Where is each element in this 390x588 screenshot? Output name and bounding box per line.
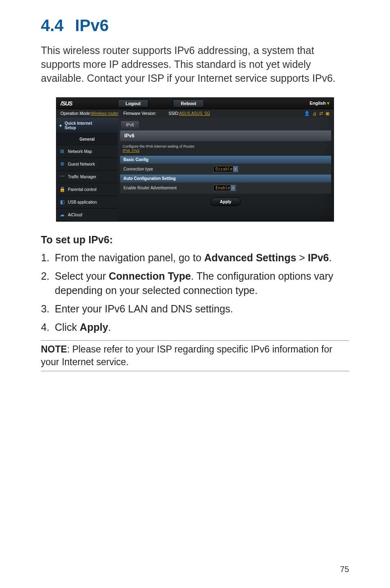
ssid-value[interactable]: ASUS ASUS_5G [179,111,210,116]
sidebar-item-traffic-manager[interactable]: 〰 Traffic Manager [56,171,118,183]
device-icon[interactable]: ▣ [325,111,329,116]
language-selector[interactable]: English [309,101,329,106]
disk-icon[interactable]: 🖨 [312,111,317,116]
opmode-value[interactable]: Wireless router [91,111,119,116]
note-label: NOTE [41,344,67,355]
body-area: ✦ Quick Internet Setup General ⊞ Network… [56,118,334,221]
sidebar-item-parental-control[interactable]: 🔒 Parental control [56,183,118,196]
sidebar-item-label: AiCloud [68,213,82,217]
step-3: Enter your IPv6 LAN and DNS settings. [52,302,349,316]
wand-icon: ✦ [59,123,62,128]
chevron-down-icon: ▼ [231,185,235,191]
general-header: General [56,134,118,145]
panel-title: IPv6 [120,130,331,141]
usb-icon[interactable]: ⇄ [319,111,323,116]
info-bar: Operation Mode: Wireless router Firmware… [56,109,334,118]
traffic-icon: 〰 [59,174,65,180]
page-number: 75 [340,565,349,574]
reboot-button[interactable]: Reboot [173,99,204,108]
fwver-label: Firmware Version: [123,111,157,116]
sidebar: ✦ Quick Internet Setup General ⊞ Network… [56,118,118,221]
usb-icon: ◧ [59,199,65,205]
step-2: Select your Connection Type. The configu… [52,269,349,298]
sidebar-item-label: Network Map [68,149,92,154]
sidebar-item-guest-network[interactable]: ⚙ Guest Network [56,158,118,171]
intro-paragraph: This wireless router supports IPv6 addre… [41,44,349,85]
connection-type-label: Connection type [123,167,213,171]
step-1: From the navigation panel, go to Advance… [52,251,349,265]
sidebar-item-label: Parental control [68,187,96,192]
lock-icon: 🔒 [59,186,65,192]
step-4: Click Apply. [52,320,349,334]
panel-sub-text: Configure the IPv6 internet setting of R… [123,144,195,148]
ssid-label: SSID: [168,111,179,116]
cloud-icon: ☁ [59,212,65,218]
router-adv-row: Enable Router Advertisement Enable ▼ [120,182,331,193]
steps-heading: To set up IPv6: [41,234,349,246]
top-bar: /SUS Logout Reboot English [56,98,334,109]
apply-wrap: Apply [118,193,334,209]
basic-config-header: Basic Config [120,156,331,164]
chevron-down-icon: ▼ [233,166,238,172]
steps-list: From the navigation panel, go to Advance… [41,251,349,334]
heading-number: 4.4 [41,16,64,34]
user-icon[interactable]: 👤 [304,111,310,116]
router-adv-label: Enable Router Advertisement [123,186,213,190]
tab-ipv6[interactable]: IPv6 [121,121,139,129]
sidebar-item-label: Guest Network [68,162,95,166]
sidebar-item-usb-application[interactable]: ◧ USB application [56,196,118,209]
qis-line1: Quick Internet [65,121,92,126]
select-value: Disable [215,167,233,171]
select-value: Enable [215,186,230,190]
bold-apply: Apply [80,321,108,333]
quick-internet-setup[interactable]: ✦ Quick Internet Setup [56,118,118,134]
bold-connection-type: Connection Type [109,270,191,282]
heading-title: IPv6 [75,16,109,34]
note-box: NOTE: Please refer to your ISP regarding… [41,340,349,371]
connection-type-select[interactable]: Disable ▼ [213,166,239,172]
sidebar-item-label: Traffic Manager [68,175,96,179]
bold-advanced-settings: Advanced Settings [204,252,296,263]
panel-subtitle: Configure the IPv6 internet setting of R… [118,141,334,156]
tab-row: IPv6 [118,118,334,129]
sidebar-item-aicloud[interactable]: ☁ AiCloud [56,209,118,221]
sidebar-item-label: USB application [68,200,97,204]
faq-link[interactable]: IPv6_FAQ [123,148,139,153]
network-icon: ⊞ [59,148,65,154]
main-panel: IPv6 IPv6 Configure the IPv6 internet se… [118,118,334,221]
qis-line2: Setup [65,126,92,130]
note-text: : Please refer to your ISP regarding spe… [41,344,332,367]
status-icons: 👤 🖨 ⇄ ▣ [304,111,329,116]
opmode-label: Operation Mode: [61,111,91,116]
bold-ipv6: IPv6 [308,252,329,263]
sidebar-item-network-map[interactable]: ⊞ Network Map [56,145,118,158]
connection-type-row: Connection type Disable ▼ [120,164,331,175]
section-heading: 4.4IPv6 [41,16,349,35]
brand-logo: /SUS [56,100,93,107]
auto-config-header: Auto Configuration Setting [120,175,331,182]
router-ui-screenshot: /SUS Logout Reboot English Operation Mod… [56,97,334,222]
router-adv-select[interactable]: Enable ▼ [213,185,236,191]
guest-icon: ⚙ [59,161,65,167]
logout-button[interactable]: Logout [118,99,148,108]
apply-button[interactable]: Apply [211,197,241,206]
